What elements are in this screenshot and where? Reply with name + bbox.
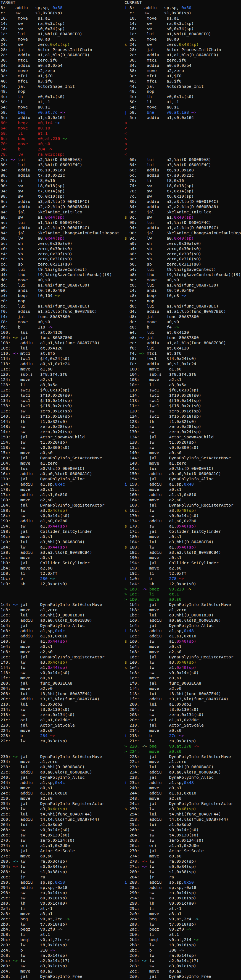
current-line: 1d8: move a2,s0 xyxy=(124,649,241,654)
asm-mnemonic: move xyxy=(21,759,40,764)
asm-row: 110: ~> mtc1 at,$f6 f4: ~> mtc1 at,$f6 xyxy=(0,351,241,356)
asm-operands: 0x44(sp) xyxy=(48,524,67,529)
asm-row: 64: move a0,s0< xyxy=(0,126,241,131)
asm-row: a0: addiu a2,a2,%lo(D_0600B9A8) 84: addi… xyxy=(0,204,241,210)
target-line: bc: sh zero,0x30a(s0) xyxy=(0,241,124,246)
asm-operands: DynaPolyInfo_RegisterActor xyxy=(40,801,104,806)
asm-address: a8: xyxy=(0,215,11,220)
asm-address: 2bc: xyxy=(0,937,13,942)
asm-row: 17c: addiu a1,s1,0x810 160: addiu a1,s1,… xyxy=(0,492,241,498)
asm-address: 9c: xyxy=(129,236,139,241)
asm-row: 78: lw ra,0x3c(sp)< xyxy=(0,152,241,157)
asm-address: 7c: xyxy=(0,157,11,162)
asm-address: b0: xyxy=(129,262,139,267)
asm-operands: func_8003ECA8 xyxy=(169,681,201,686)
asm-operands: a0,s0 xyxy=(40,450,53,455)
target-line: 150: jal Actor_SpawnAsChild xyxy=(0,434,124,440)
asm-mnemonic: sw xyxy=(149,670,169,675)
asm-operands: a0,s0 xyxy=(38,126,50,130)
asm-operands: a0,s1 xyxy=(169,555,181,560)
asm-mnemonic: jal xyxy=(18,210,38,215)
asm-mnemonic: addiu xyxy=(18,199,38,204)
asm-address: 184: xyxy=(0,503,13,508)
asm-row: 2d8: jal DynaPolyInfo_Free 2d0: jal Dyna… xyxy=(0,974,241,979)
asm-operands: a1,s1,0x810 xyxy=(169,492,196,497)
asm-address: 210: xyxy=(129,723,142,728)
current-line: 104: sub.s $f8,$f4,$f6 xyxy=(124,372,241,377)
asm-address: 1ec: xyxy=(0,654,13,660)
asm-mnemonic: addiu xyxy=(21,633,40,638)
asm-mnemonic: ori xyxy=(21,718,40,722)
asm-address: 2a4: xyxy=(129,916,142,921)
asm-row: 19c: move a0,s1 180: move a0,s1 xyxy=(0,534,241,539)
diff-marker: i xyxy=(124,576,129,581)
asm-mnemonic: sw xyxy=(147,26,167,31)
asm-mnemonic: li xyxy=(149,382,169,387)
asm-mnemonic: beqz xyxy=(147,293,167,298)
asm-address: 204: xyxy=(0,686,13,691)
asm-operands: ra,0x14(sp) xyxy=(40,953,67,958)
asm-address: 204: xyxy=(129,707,142,712)
asm-address: 180: xyxy=(129,534,142,539)
current-line: 54: move a0,s1 xyxy=(124,105,241,110)
asm-operands: at,-1 xyxy=(166,99,179,104)
branch-out-arrow-icon: ~> xyxy=(179,576,184,581)
current-line: > 220: ~> bne v0,at,278 ~> xyxy=(124,744,241,749)
asm-mnemonic: move xyxy=(149,649,169,654)
asm-mnemonic: move xyxy=(21,607,40,612)
asm-address: 238: xyxy=(129,775,142,780)
asm-operands: zero,0x134(s0) xyxy=(40,712,75,717)
asm-address: 34: xyxy=(129,63,139,68)
asm-operands: a1,%hi(func_80A87BEC) xyxy=(38,304,90,309)
current-line: c0: lui a1,%hi(func_80A87C30) xyxy=(124,283,241,288)
asm-address: 78: xyxy=(129,189,139,194)
asm-address: 2cc: xyxy=(0,958,13,963)
current-line: 10: move s1,a1 xyxy=(124,16,241,21)
target-line: 25c: lui t4,%hi(func_80A87F44) xyxy=(0,811,124,817)
current-line: 258: addiu t4,t4,%lo(func_80A87F44) xyxy=(124,817,241,822)
asm-mnemonic: lui xyxy=(149,691,169,696)
asm-mnemonic: sw xyxy=(21,424,40,429)
asm-operands: a1, xyxy=(40,545,48,550)
branch-out-arrow-icon: ~> xyxy=(186,587,191,592)
asm-mnemonic: move xyxy=(21,728,40,733)
asm-address: 1ac: xyxy=(129,592,142,597)
asm-operands: v0,at,278 xyxy=(169,744,191,749)
asm-operands: a2,s0 xyxy=(40,566,53,571)
current-line: s 188: lw a1,0x40(sp) xyxy=(124,545,241,550)
asm-operands: zero,0x28(sp) xyxy=(40,424,72,429)
asm-address: 26c: xyxy=(129,843,142,848)
current-line: i 218: b 27c ~> xyxy=(124,733,241,738)
asm-address: 274: xyxy=(129,854,142,859)
asm-mnemonic: move xyxy=(18,320,38,325)
asm-address: 2cc: xyxy=(129,969,142,974)
asm-mnemonic: lui xyxy=(21,612,40,617)
asm-operands: 0x4c xyxy=(55,482,65,487)
asm-mnemonic: move xyxy=(21,676,40,681)
asm-mnemonic: sw xyxy=(147,194,167,199)
asm-operands: ra xyxy=(40,875,45,880)
target-line: 1c4: ~> jal DynaPolyInfo_SetActorMove xyxy=(0,602,124,607)
asm-address: ec: xyxy=(129,340,139,345)
asm-operands: $f10,0x28(s0) xyxy=(40,393,72,398)
current-line: < xyxy=(124,131,241,136)
asm-operands: $f4,0x24(s0) xyxy=(40,356,70,361)
asm-mnemonic: sw xyxy=(149,838,169,843)
asm-mnemonic: swc1 xyxy=(149,414,169,419)
asm-mnemonic: sw xyxy=(21,440,40,445)
asm-mnemonic: swc1 xyxy=(21,398,40,403)
asm-mnemonic: addiu xyxy=(149,885,169,890)
current-line: i 158: addiu a1,sp,0x48 xyxy=(124,482,241,487)
target-line: 90: sw t8,0x18(sp) xyxy=(0,183,124,189)
current-line: ec: addiu a1,a1,%lo(func_80A87C30) xyxy=(124,340,241,345)
branch-out-arrow-icon: ~> xyxy=(57,927,62,932)
asm-address: 188: xyxy=(129,545,142,550)
current-line: f4: ~> mtc1 at,$f6 xyxy=(124,351,241,356)
target-line: 30: mtc1 zero,$f0 xyxy=(0,58,124,63)
asm-operands: Actor_SetScale xyxy=(169,723,204,728)
asm-operands: -0x50 xyxy=(179,5,191,10)
target-line: 250: move a2,s0 xyxy=(0,796,124,801)
asm-mnemonic: addiu xyxy=(147,340,167,345)
asm-mnemonic: lui xyxy=(21,345,40,351)
asm-mnemonic: move xyxy=(21,498,40,503)
